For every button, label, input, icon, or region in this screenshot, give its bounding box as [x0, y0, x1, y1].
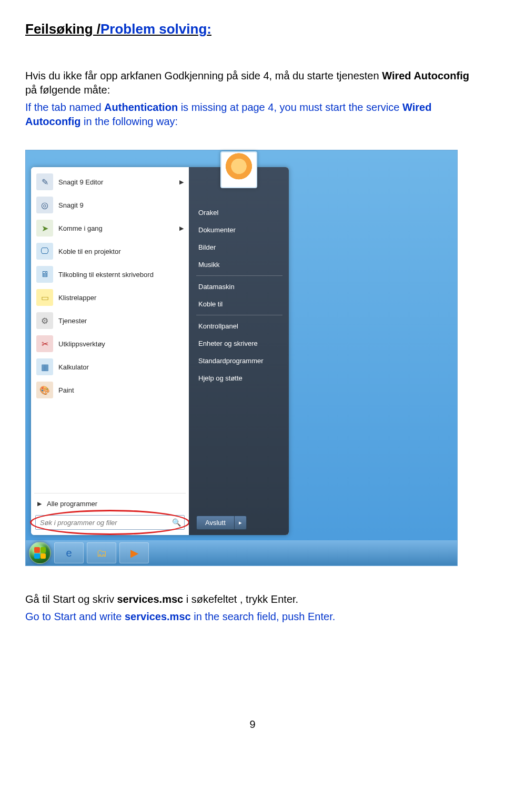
program-label: Paint: [58, 386, 184, 394]
program-label: Tjenester: [58, 317, 184, 325]
taskbar-ie-button[interactable]: e: [54, 542, 84, 563]
text-bold: Authentication: [104, 101, 178, 113]
text: Go to Start and write: [25, 611, 125, 622]
page-title: Feilsøking /Problem solving:: [25, 21, 480, 37]
desktop: ✎Snagit 9 Editor▶◎Snagit 9➤Komme i gang▶…: [25, 150, 458, 566]
text-bold: Wired Autoconfig: [382, 70, 469, 81]
program-icon: ✂: [36, 335, 53, 352]
shutdown-group: Avslutt ▸: [196, 516, 247, 530]
program-label: Klistrelapper: [58, 294, 184, 302]
start-menu-right-link[interactable]: Standardprogrammer: [196, 352, 282, 369]
start-menu: ✎Snagit 9 Editor▶◎Snagit 9➤Komme i gang▶…: [31, 167, 289, 535]
taskbar-explorer-button[interactable]: 🗂: [87, 542, 116, 563]
search-icon: 🔍: [172, 518, 181, 527]
start-menu-program-item[interactable]: ✂Utklippsverktøy: [33, 332, 187, 355]
program-icon: 🖵: [36, 243, 53, 260]
triangle-right-icon: ▶: [37, 500, 42, 507]
search-input[interactable]: [39, 518, 172, 527]
text: Hvis du ikke får opp arkfanen Godkjennin…: [25, 70, 382, 81]
taskbar-mediaplayer-button[interactable]: ▶: [119, 542, 149, 563]
page-number: 9: [25, 718, 480, 731]
program-label: Tilkobling til eksternt skrivebord: [58, 271, 184, 279]
text: Gå til Start og skriv: [25, 593, 117, 605]
all-programs-button[interactable]: ▶ Alle programmer: [33, 496, 187, 512]
text: in the search field, push Enter.: [191, 611, 336, 622]
screenshot: ✎Snagit 9 Editor▶◎Snagit 9➤Komme i gang▶…: [25, 150, 480, 566]
search-box[interactable]: 🔍: [35, 515, 185, 530]
divider: [34, 493, 186, 494]
program-label: Snagit 9: [58, 201, 184, 209]
title-part3: :: [207, 21, 211, 37]
text-bold: services.msc: [117, 593, 184, 605]
text-bold: services.msc: [125, 611, 191, 622]
start-menu-program-item[interactable]: ◎Snagit 9: [33, 193, 187, 217]
start-menu-program-item[interactable]: ▦Kalkulator: [33, 355, 187, 378]
program-icon: ◎: [36, 197, 53, 213]
program-icon: ✎: [36, 173, 53, 190]
start-menu-program-item[interactable]: ▭Klistrelapper: [33, 286, 187, 309]
start-menu-left: ✎Snagit 9 Editor▶◎Snagit 9➤Komme i gang▶…: [31, 167, 189, 535]
start-menu-program-item[interactable]: 🖵Koble til en projektor: [33, 240, 187, 263]
start-menu-program-item[interactable]: ➤Komme i gang▶: [33, 217, 187, 240]
all-programs-label: Alle programmer: [47, 500, 97, 508]
text: på følgende måte:: [25, 84, 110, 96]
instruction-english: Go to Start and write services.msc in th…: [25, 610, 480, 624]
title-part2: Problem solving: [100, 21, 207, 37]
start-menu-right-link[interactable]: Bilder: [196, 239, 282, 256]
program-icon: 🖥: [36, 266, 53, 283]
program-label: Utklippsverktøy: [58, 340, 184, 348]
program-icon: ▭: [36, 289, 53, 306]
program-icon: ➤: [36, 220, 53, 237]
instruction-norwegian: Gå til Start og skriv services.msc i søk…: [25, 592, 480, 607]
paragraph-english: If the tab named Authentication is missi…: [25, 100, 480, 129]
program-label: Komme i gang: [58, 224, 176, 232]
start-menu-right-link[interactable]: Kontrollpanel: [196, 317, 282, 335]
user-picture[interactable]: [220, 151, 257, 188]
start-menu-right: OrakelDokumenterBilderMusikkDatamaskinKo…: [189, 167, 289, 535]
start-menu-right-link[interactable]: Enheter og skrivere: [196, 335, 282, 352]
taskbar: e 🗂 ▶: [26, 540, 457, 566]
program-label: Kalkulator: [58, 363, 184, 371]
program-icon: ⚙: [36, 312, 53, 329]
program-label: Koble til en projektor: [58, 248, 184, 255]
start-menu-right-link[interactable]: Koble til: [196, 295, 282, 313]
program-label: Snagit 9 Editor: [58, 178, 176, 186]
shutdown-more-button[interactable]: ▸: [235, 516, 247, 530]
paragraph-norwegian: Hvis du ikke får opp arkfanen Godkjennin…: [25, 69, 480, 97]
divider: [196, 275, 282, 276]
submenu-arrow-icon: ▶: [179, 225, 184, 232]
program-icon: 🎨: [36, 382, 53, 398]
text: is missing at page 4, you must start the…: [178, 101, 402, 113]
search-row: 🔍: [33, 512, 187, 532]
divider: [196, 315, 282, 315]
start-menu-right-link[interactable]: Musikk: [196, 256, 282, 273]
shutdown-button[interactable]: Avslutt: [196, 516, 235, 530]
program-icon: ▦: [36, 358, 53, 375]
start-menu-program-item[interactable]: 🎨Paint: [33, 378, 187, 402]
title-part1: Feilsøking /: [25, 21, 100, 37]
start-menu-right-link[interactable]: Hjelp og støtte: [196, 369, 282, 387]
text: in the following way:: [81, 116, 178, 127]
start-menu-right-link[interactable]: Datamaskin: [196, 278, 282, 295]
start-menu-program-item[interactable]: 🖥Tilkobling til eksternt skrivebord: [33, 263, 187, 286]
start-menu-program-item[interactable]: ✎Snagit 9 Editor▶: [33, 170, 187, 193]
submenu-arrow-icon: ▶: [179, 179, 184, 186]
text: If the tab named: [25, 101, 104, 113]
start-orb[interactable]: [29, 542, 51, 564]
start-menu-program-item[interactable]: ⚙Tjenester: [33, 309, 187, 332]
text: i søkefeltet , trykk Enter.: [183, 593, 298, 605]
start-menu-right-link[interactable]: Orakel: [196, 204, 282, 221]
start-menu-right-link[interactable]: Dokumenter: [196, 221, 282, 239]
